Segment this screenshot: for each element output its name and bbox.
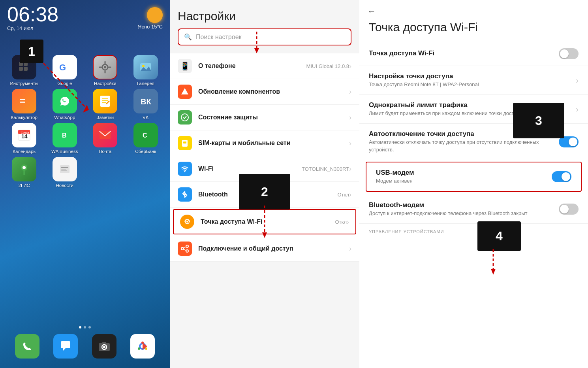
- security-label: Состояние защиты: [198, 114, 349, 121]
- hotspot-toggle-left: Точка доступа Wi-Fi: [369, 49, 559, 58]
- dock-messages[interactable]: [48, 334, 83, 360]
- sim-chevron: ›: [349, 139, 351, 147]
- svg-point-28: [23, 166, 26, 169]
- usb-modem-title: USB-модем: [376, 169, 552, 177]
- auto-toggle-thumb: [569, 138, 577, 146]
- dock-phone[interactable]: [9, 334, 45, 360]
- dock-chrome[interactable]: [125, 334, 160, 360]
- google-icon: G: [53, 55, 77, 79]
- tools-label: Инструменты: [10, 81, 38, 86]
- dock-camera[interactable]: [86, 334, 122, 360]
- step-2-annotation: 2: [239, 174, 290, 209]
- app-row-4: 2ГИС Новости: [0, 157, 170, 188]
- update-content: Обновление компонентов: [198, 88, 349, 95]
- svg-rect-5: [24, 67, 28, 71]
- svg-point-53: [186, 250, 188, 252]
- app-news[interactable]: Новости: [47, 157, 83, 188]
- phone-icon: [15, 334, 39, 359]
- app-row-3: Среда14 Календарь B WA Business Почта С: [0, 123, 170, 154]
- usb-toggle-thumb: [562, 172, 570, 181]
- about-chevron: ›: [349, 62, 351, 70]
- svg-point-51: [181, 247, 184, 250]
- hotspot-wifi-toggle[interactable]: [559, 48, 579, 59]
- sim-content: SIM-карты и мобильные сети: [198, 140, 349, 147]
- settings-item-about[interactable]: 📱 О телефоне MIUI Global 12.0.8 ›: [170, 53, 359, 79]
- config-chevron: ›: [576, 76, 579, 85]
- app-settings[interactable]: Настройки: [87, 55, 123, 86]
- settings-item-security[interactable]: Состояние защиты ›: [170, 105, 359, 130]
- usb-modem-desc: Модем активен: [376, 177, 552, 185]
- wifi-value: TOTOLINK_N300RT: [302, 166, 349, 172]
- mail-label: Почта: [99, 149, 111, 154]
- weather-info: Ясно 15°C: [138, 7, 163, 30]
- app-mail[interactable]: Почта: [87, 123, 123, 154]
- hotspot-toggle-item[interactable]: Точка доступа Wi-Fi: [359, 42, 588, 66]
- app-google[interactable]: G Google: [47, 55, 83, 86]
- toggle-thumb: [560, 49, 569, 58]
- app-sberbank[interactable]: С СберБанк: [128, 123, 163, 154]
- app-notes[interactable]: Заметки: [87, 89, 123, 120]
- app-wabusiness[interactable]: B WA Business: [47, 123, 83, 154]
- app-whatsapp[interactable]: WhatsApp: [47, 89, 83, 120]
- app-geo[interactable]: 2ГИС: [6, 157, 42, 188]
- svg-rect-47: [183, 142, 186, 143]
- bluetooth-modem-toggle[interactable]: [559, 204, 579, 215]
- app-empty-1: [87, 157, 123, 188]
- hotspot-auto-desc: Автоматически отключать точку доступа пр…: [369, 139, 559, 153]
- mail-icon: [93, 123, 117, 147]
- wabusiness-icon: B: [53, 123, 77, 147]
- hotspot-label: Точка доступа Wi-Fi: [201, 218, 335, 225]
- hotspot-config-desc: Точка доступа Redmi Note 8T | WPA2-Perso…: [369, 81, 576, 88]
- panel-title: Точка доступа Wi-Fi: [359, 17, 588, 42]
- hotspot-config-item[interactable]: Настройка точки доступа Точка доступа Re…: [359, 66, 588, 95]
- security-content: Состояние защиты: [198, 114, 349, 121]
- status-bar: 06:38 Ср, 14 июл Ясно 15°C: [0, 0, 170, 31]
- wifi-hotspot-panel: 3 ← Точка доступа Wi-Fi Точка доступа Wi…: [359, 0, 588, 368]
- svg-point-8: [104, 66, 106, 68]
- weather-temp: Ясно 15°C: [138, 24, 163, 30]
- about-icon: 📱: [178, 59, 192, 73]
- settings-list: 📱 О телефоне MIUI Global 12.0.8 › Обновл…: [170, 53, 359, 262]
- dock: [0, 334, 170, 360]
- search-icon: 🔍: [184, 33, 192, 41]
- app-row-2: = Калькулятор WhatsApp Заметки ВК: [0, 89, 170, 120]
- app-vk[interactable]: ВК VK: [128, 89, 163, 120]
- back-button[interactable]: ←: [359, 0, 588, 17]
- weather-icon: [147, 7, 163, 23]
- app-gallery[interactable]: Галерея: [128, 55, 163, 86]
- svg-rect-35: [102, 342, 106, 344]
- svg-point-10: [142, 65, 145, 67]
- settings-item-update[interactable]: Обновление компонентов ›: [170, 79, 359, 105]
- settings-item-sim[interactable]: SIM-карты и мобильные сети ›: [170, 130, 359, 156]
- settings-panel: Настройки 🔍 Поиск настроек 📱 О телефоне …: [170, 0, 359, 368]
- bluetooth-chevron: ›: [349, 191, 351, 199]
- geo-label: 2ГИС: [19, 183, 30, 188]
- bluetooth-modem-desc: Доступ к интернет-подключению телефона ч…: [369, 210, 559, 217]
- svg-marker-44: [181, 88, 188, 94]
- svg-point-50: [186, 221, 188, 223]
- usb-modem-toggle[interactable]: [552, 171, 571, 182]
- google-label: Google: [57, 81, 72, 86]
- app-calendar[interactable]: Среда14 Календарь: [6, 123, 42, 154]
- settings-item-connection[interactable]: Подключение и общий доступ ›: [170, 236, 359, 262]
- svg-point-45: [181, 114, 188, 121]
- settings-item-hotspot[interactable]: Точка доступа Wi-Fi Откл ›: [173, 209, 356, 234]
- svg-line-55: [184, 249, 186, 251]
- settings-header: Настройки 🔍 Поиск настроек: [170, 0, 359, 50]
- app-empty-2: [128, 157, 163, 188]
- search-box[interactable]: 🔍 Поиск настроек: [178, 28, 351, 45]
- svg-text:С: С: [143, 132, 147, 139]
- svg-rect-32: [61, 170, 67, 171]
- app-calc[interactable]: = Калькулятор: [6, 89, 42, 120]
- hotspot-value: Откл: [335, 219, 347, 225]
- gallery-label: Галерея: [137, 81, 154, 86]
- bluetooth-modem-item[interactable]: Bluetooth-модем Доступ к интернет-подклю…: [359, 195, 588, 224]
- whatsapp-icon: [53, 89, 77, 113]
- calc-label: Калькулятор: [11, 115, 38, 120]
- about-label: О телефоне: [198, 62, 306, 70]
- usb-modem-item[interactable]: USB-модем Модем активен: [366, 162, 581, 191]
- sim-icon: [178, 136, 192, 150]
- svg-rect-31: [61, 169, 66, 170]
- svg-point-40: [145, 347, 147, 350]
- update-icon: [178, 85, 192, 99]
